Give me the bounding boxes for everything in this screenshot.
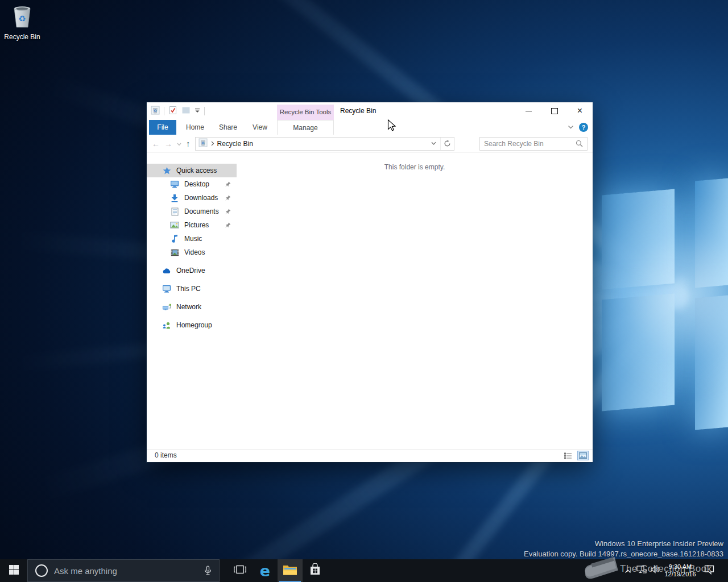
- desktop-screen: ♻ Recycle Bin Windows 10 Enterprise Insi…: [0, 0, 728, 582]
- desktop-icon-label: Recycle Bin: [3, 33, 41, 41]
- sidebar-item-pictures[interactable]: Pictures: [147, 218, 237, 232]
- up-icon[interactable]: ↑: [186, 139, 191, 148]
- back-icon[interactable]: ←: [152, 140, 160, 148]
- svg-text:♻: ♻: [18, 14, 26, 24]
- file-explorer-button[interactable]: [278, 559, 303, 582]
- maximize-button[interactable]: [541, 102, 567, 119]
- videos-icon: [170, 248, 179, 257]
- address-dropdown-chevron-icon[interactable]: [427, 138, 440, 150]
- wallpaper-window-pane: [602, 293, 675, 411]
- start-button[interactable]: [0, 559, 27, 582]
- tab-manage[interactable]: Manage: [277, 120, 334, 135]
- sidebar-item-this-pc[interactable]: This PC: [147, 282, 237, 296]
- cortana-icon: [35, 564, 48, 577]
- close-button[interactable]: ×: [567, 102, 593, 119]
- wallpaper-window-pane: [695, 295, 728, 430]
- os-build-watermark: Windows 10 Enterprise Insider Preview Ev…: [524, 539, 723, 559]
- watermark-line1: Windows 10 Enterprise Insider Preview: [524, 539, 723, 549]
- pin-icon: [225, 181, 231, 187]
- hidden-icons-button[interactable]: [622, 559, 634, 582]
- folder-view[interactable]: This folder is empty.: [237, 153, 593, 450]
- quick-access-star-icon: [162, 166, 171, 175]
- edge-icon: e: [260, 563, 270, 579]
- task-view-icon: [234, 564, 246, 577]
- refresh-icon[interactable]: [440, 138, 454, 150]
- recent-locations-chevron-icon[interactable]: [177, 140, 181, 148]
- clock-date: 12/19/2016: [664, 571, 696, 578]
- navigation-pane: Quick access Desktop Downloads: [147, 153, 237, 450]
- sidebar-item-quick-access[interactable]: Quick access: [147, 164, 237, 177]
- explorer-window: ♻ Recycle Bin Tools: [147, 102, 593, 462]
- pin-icon: [225, 222, 231, 228]
- sidebar-item-downloads[interactable]: Downloads: [147, 191, 237, 205]
- close-icon: ×: [577, 106, 582, 115]
- expand-ribbon-chevron-icon[interactable]: [568, 123, 574, 131]
- mic-icon[interactable]: [204, 566, 212, 576]
- sidebar-item-videos[interactable]: Videos: [147, 246, 237, 259]
- breadcrumb[interactable]: Recycle Bin: [217, 140, 253, 148]
- sidebar-item-network[interactable]: Network: [147, 300, 237, 314]
- desktop-icon: [170, 180, 179, 189]
- desktop-icon-recycle-bin[interactable]: ♻ Recycle Bin: [3, 3, 41, 41]
- address-bar[interactable]: ♻ Recycle Bin: [195, 137, 454, 151]
- onedrive-cloud-icon: [162, 266, 171, 275]
- tab-share[interactable]: Share: [214, 120, 242, 135]
- network-tray-button[interactable]: [635, 559, 648, 582]
- sidebar-item-documents[interactable]: Documents: [147, 205, 237, 218]
- search-icon[interactable]: [576, 140, 583, 147]
- help-icon[interactable]: ?: [579, 123, 588, 132]
- thumbnail-view-button[interactable]: [577, 451, 589, 460]
- qat-properties-icon[interactable]: [168, 106, 177, 117]
- music-icon: [170, 234, 179, 243]
- window-icon[interactable]: ♻: [151, 106, 160, 117]
- status-bar: 0 items: [147, 449, 593, 462]
- pin-icon: [225, 195, 231, 201]
- quick-access-toolbar: ♻: [151, 106, 205, 117]
- homegroup-icon: [162, 321, 171, 330]
- title-bar[interactable]: ♻ Recycle Bin Tools: [147, 102, 593, 120]
- store-icon: [309, 563, 321, 578]
- task-view-button[interactable]: [228, 559, 253, 582]
- cortana-search-box[interactable]: [27, 559, 220, 582]
- clock-time: 9:30 AM: [669, 563, 692, 571]
- watermark-line2: Evaluation copy. Build 14997.rs_onecore_…: [524, 549, 723, 559]
- tab-view[interactable]: View: [247, 120, 273, 135]
- edge-button[interactable]: e: [253, 559, 278, 582]
- pin-icon: [225, 209, 231, 214]
- this-pc-icon: [162, 284, 171, 293]
- hidden-icons-chevron-icon: [624, 566, 631, 576]
- empty-folder-message: This folder is empty.: [237, 163, 593, 171]
- qat-customize-chevron-icon[interactable]: [195, 107, 200, 115]
- search-box[interactable]: [479, 137, 588, 151]
- breadcrumb-chevron-icon[interactable]: [211, 140, 214, 148]
- svg-text:♻: ♻: [201, 141, 205, 146]
- sidebar-item-desktop[interactable]: Desktop: [147, 177, 237, 191]
- tab-home[interactable]: Home: [181, 120, 209, 135]
- address-location-icon: ♻: [198, 138, 208, 149]
- items-count: 0 items: [155, 450, 177, 462]
- tab-file[interactable]: File: [149, 120, 176, 135]
- sidebar-item-music[interactable]: Music: [147, 232, 237, 246]
- network-icon: [162, 302, 171, 311]
- sidebar-item-homegroup[interactable]: Homegroup: [147, 318, 237, 332]
- network-icon: [636, 565, 647, 576]
- search-input[interactable]: [480, 140, 576, 148]
- sidebar-item-onedrive[interactable]: OneDrive: [147, 264, 237, 277]
- forward-icon[interactable]: →: [164, 140, 172, 148]
- contextual-tab-group[interactable]: Recycle Bin Tools: [277, 105, 334, 120]
- action-center-icon: [704, 565, 714, 577]
- maximize-icon: [551, 108, 558, 114]
- downloads-icon: [170, 193, 179, 202]
- volume-icon: [651, 565, 661, 576]
- wallpaper-window-pane: [602, 189, 675, 289]
- action-center-button[interactable]: [701, 559, 718, 582]
- minimize-button[interactable]: [516, 102, 541, 119]
- cortana-search-input[interactable]: [48, 566, 204, 576]
- qat-new-folder-icon-disabled: [181, 106, 191, 117]
- wallpaper-window-pane: [695, 178, 728, 288]
- details-view-button[interactable]: [562, 451, 574, 460]
- store-button[interactable]: [303, 559, 328, 582]
- svg-text:♻: ♻: [154, 109, 157, 113]
- window-title: Recycle Bin: [340, 102, 376, 120]
- taskbar-clock[interactable]: 9:30 AM 12/19/2016: [661, 559, 700, 582]
